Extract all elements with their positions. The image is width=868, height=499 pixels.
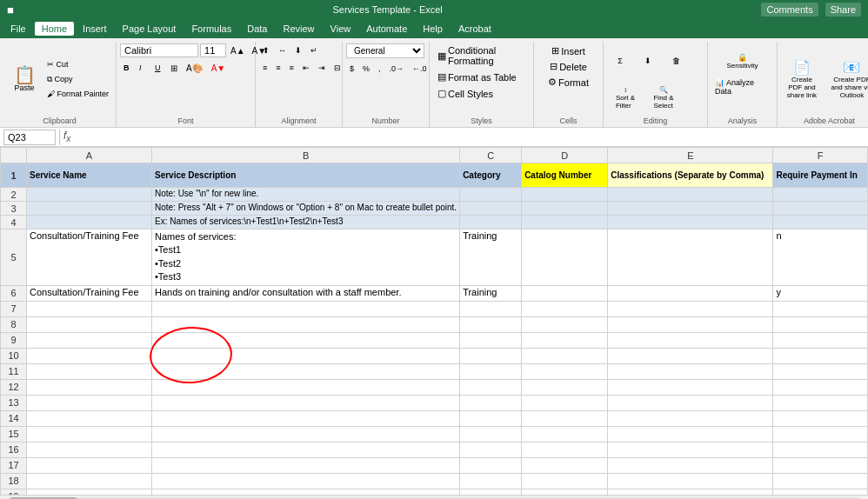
- cell-r14-c1[interactable]: [151, 410, 459, 426]
- col-header-b[interactable]: B: [151, 148, 459, 163]
- cell-r18-c4[interactable]: [608, 473, 773, 489]
- menu-insert[interactable]: Insert: [76, 22, 114, 36]
- cell-r3-c1[interactable]: Note: Press "Alt + 7" on Windows or "Opt…: [151, 202, 459, 216]
- comments-button[interactable]: Comments: [761, 3, 818, 17]
- cell-r16-c3[interactable]: [522, 442, 608, 457]
- comma-button[interactable]: ,: [375, 62, 384, 76]
- cell-r11-c1[interactable]: [151, 363, 459, 379]
- cell-r2-c0[interactable]: [27, 188, 152, 202]
- cell-r6-c3[interactable]: [522, 285, 608, 301]
- cell-r12-c1[interactable]: [151, 379, 459, 395]
- align-right-button[interactable]: ≡: [286, 61, 297, 75]
- cell-r7-c2[interactable]: [460, 301, 522, 316]
- underline-button[interactable]: U: [151, 61, 165, 75]
- table-row[interactable]: 5Consultation/Training FeeNames of servi…: [1, 230, 868, 286]
- cell-r8-c5[interactable]: [773, 316, 868, 332]
- cell-r17-c1[interactable]: [151, 457, 459, 473]
- sensitivity-button[interactable]: 🔒 Sensitivity: [723, 43, 763, 78]
- cell-r2-c2[interactable]: [460, 188, 522, 202]
- menu-review[interactable]: Review: [276, 22, 321, 36]
- currency-button[interactable]: $: [346, 62, 357, 76]
- table-row[interactable]: 11: [1, 363, 868, 379]
- wrap-text-button[interactable]: ↵: [307, 43, 321, 57]
- cell-r15-c4[interactable]: [608, 426, 773, 442]
- cell-r17-c0[interactable]: [27, 457, 152, 473]
- cell-r11-c3[interactable]: [522, 363, 608, 379]
- table-row[interactable]: 17: [1, 457, 868, 473]
- fill-button[interactable]: ⬇: [635, 43, 661, 78]
- cell-r14-c2[interactable]: [460, 410, 522, 426]
- cell-r8-c4[interactable]: [608, 316, 773, 332]
- number-format-select[interactable]: General: [346, 43, 424, 58]
- font-color-button[interactable]: A▼: [208, 62, 230, 75]
- cell-r16-c0[interactable]: [27, 442, 152, 457]
- indent-increase-button[interactable]: ⇥: [315, 61, 329, 75]
- copy-button[interactable]: ⧉ Copy: [43, 72, 112, 86]
- font-name-input[interactable]: [120, 43, 198, 57]
- cell-r16-c1[interactable]: [151, 442, 459, 457]
- cell-r3-c5[interactable]: [773, 202, 868, 216]
- cell-r1-c3[interactable]: Catalog Number: [522, 163, 608, 188]
- cell-r11-c4[interactable]: [608, 363, 773, 379]
- cell-r10-c3[interactable]: [522, 348, 608, 363]
- cell-r17-c4[interactable]: [608, 457, 773, 473]
- menu-acrobat[interactable]: Acrobat: [451, 22, 498, 36]
- cell-r8-c0[interactable]: [27, 316, 152, 332]
- cell-r3-c2[interactable]: [460, 202, 522, 216]
- table-row[interactable]: 10: [1, 348, 868, 363]
- cell-r4-c4[interactable]: [608, 216, 773, 230]
- cell-r13-c3[interactable]: [522, 395, 608, 410]
- cell-r6-c4[interactable]: [608, 285, 773, 301]
- table-row[interactable]: 9: [1, 332, 868, 348]
- cell-r10-c1[interactable]: [151, 348, 459, 363]
- col-header-f[interactable]: F: [773, 148, 868, 163]
- cell-r17-c5[interactable]: [773, 457, 868, 473]
- cell-r4-c1[interactable]: Ex: Names of services:\n+Test1\n+Test2\n…: [151, 216, 459, 230]
- cell-r7-c3[interactable]: [522, 301, 608, 316]
- cell-r10-c5[interactable]: [773, 348, 868, 363]
- cell-r11-c5[interactable]: [773, 363, 868, 379]
- cell-r5-c4[interactable]: [608, 230, 773, 286]
- create-pdf-button[interactable]: 📄 Create PDF and share link: [781, 57, 823, 101]
- col-header-a[interactable]: A: [27, 148, 152, 163]
- menu-page-layout[interactable]: Page Layout: [116, 22, 184, 36]
- cell-r8-c2[interactable]: [460, 316, 522, 332]
- table-row[interactable]: 14: [1, 410, 868, 426]
- col-header-d[interactable]: D: [522, 148, 608, 163]
- cell-r7-c1[interactable]: [151, 301, 459, 316]
- cell-r3-c3[interactable]: [522, 202, 608, 216]
- cell-r10-c2[interactable]: [460, 348, 522, 363]
- bold-button[interactable]: B: [120, 61, 134, 75]
- align-left-button[interactable]: ≡: [259, 61, 270, 75]
- font-size-input[interactable]: 11: [200, 43, 226, 57]
- sort-filter-button[interactable]: ↕ Sort &Filter: [607, 80, 644, 115]
- increase-font-button[interactable]: A▲: [228, 44, 248, 57]
- table-row[interactable]: 7: [1, 301, 868, 316]
- table-row[interactable]: 18: [1, 473, 868, 489]
- align-bottom-button[interactable]: ⬇: [291, 43, 305, 57]
- cell-r1-c4[interactable]: Classifications (Separate by Comma): [608, 163, 773, 188]
- cell-r6-c0[interactable]: Consultation/Training Fee: [27, 285, 152, 301]
- cell-r19-c1[interactable]: [151, 489, 459, 495]
- cell-r2-c5[interactable]: [773, 188, 868, 202]
- cell-r19-c2[interactable]: [460, 489, 522, 495]
- cell-r18-c2[interactable]: [460, 473, 522, 489]
- clear-button[interactable]: 🗑: [663, 43, 689, 78]
- col-header-e[interactable]: E: [608, 148, 773, 163]
- cell-r14-c3[interactable]: [522, 410, 608, 426]
- analyze-data-button[interactable]: 📊 Analyze Data: [711, 80, 773, 94]
- cell-r2-c4[interactable]: [608, 188, 773, 202]
- cell-r8-c3[interactable]: [522, 316, 608, 332]
- cell-r9-c0[interactable]: [27, 332, 152, 348]
- cell-r9-c3[interactable]: [522, 332, 608, 348]
- cell-r18-c1[interactable]: [151, 473, 459, 489]
- cell-r10-c4[interactable]: [608, 348, 773, 363]
- cell-r19-c4[interactable]: [608, 489, 773, 495]
- format-table-button[interactable]: ▤ Format as Table: [433, 70, 521, 84]
- cut-button[interactable]: ✂ Cut: [43, 57, 112, 71]
- cell-r4-c0[interactable]: [27, 216, 152, 230]
- conditional-formatting-button[interactable]: ▦ Conditional Formatting: [433, 43, 530, 68]
- table-row[interactable]: 8: [1, 316, 868, 332]
- cell-r16-c4[interactable]: [608, 442, 773, 457]
- cell-r17-c2[interactable]: [460, 457, 522, 473]
